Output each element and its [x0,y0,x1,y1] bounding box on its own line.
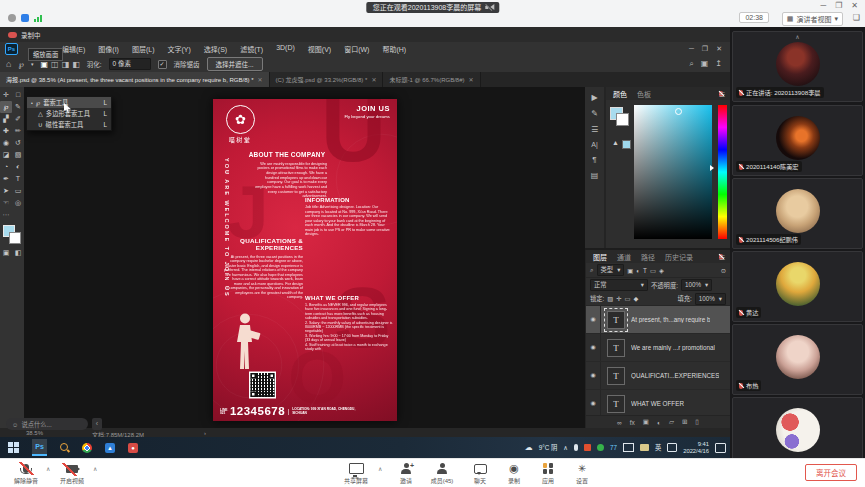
layer-visibility-icon[interactable]: ◉ [586,362,601,389]
panel-menu-icon[interactable]: ☰ [719,91,723,97]
tab-layers[interactable]: 图层 [593,252,607,262]
menu-image[interactable]: 图像(I) [98,44,119,54]
participant-tile[interactable] [732,397,863,458]
chat-collapse-button[interactable]: ‹ [92,418,102,430]
layer-row[interactable]: ◉ T We are mainly ...r promotional [586,334,730,362]
quick-select-tool-icon[interactable]: ✎ [12,101,24,113]
crop-tool-icon[interactable]: ▞ [0,113,12,125]
delete-layer-icon[interactable]: ▯ [695,418,699,426]
adjustment-layer-icon[interactable]: ◐ [657,419,661,426]
lasso-tool-icon[interactable]: ℘ [0,101,12,113]
taskbar-search-icon[interactable] [60,443,69,452]
tab-swatches[interactable]: 色板 [637,89,651,99]
tray-keyboard-icon[interactable] [667,443,677,452]
home-icon[interactable]: ⌂ [6,59,11,69]
start-button-icon[interactable] [8,442,19,453]
tray-mic-icon[interactable] [574,444,578,451]
tray-badge[interactable]: 77 [610,444,617,451]
doc-tab-poster[interactable]: 海报.psd @ 38.5% (At present, the three va… [0,72,270,87]
intersect-selection-icon[interactable]: ◧ [72,60,80,69]
ps-restore-button[interactable]: ❐ [702,45,708,53]
tab-close-icon[interactable]: ✕ [469,76,474,83]
participant-tile[interactable]: 2021114506纪鹏伟 [732,178,863,249]
tab-history[interactable]: 历史记录 [665,252,693,262]
tray-wechat-icon[interactable] [597,444,604,451]
ps-close-button[interactable]: ✕ [716,45,722,53]
taskbar-notes-app-icon[interactable]: ● [128,443,138,453]
taskbar-chrome-icon[interactable] [82,443,92,453]
taskbar-clock[interactable]: 9:41 2022/4/16 [683,441,709,454]
photoshop-logo[interactable]: Ps [5,43,18,55]
start-video-button[interactable]: 开启视频 [54,462,90,485]
speaker-view-button[interactable]: ▦ 演讲者视图 ▾ [782,12,843,26]
gradient-tool-icon[interactable]: ▧ [12,149,24,161]
flyout-magnetic-lasso-tool[interactable]: ∪ 磁性套索工具 L [27,119,111,130]
filter-shape-icon[interactable]: ▭ [650,267,656,274]
menu-view[interactable]: 视图(V) [308,44,331,54]
tab-paths[interactable]: 路径 [641,252,655,262]
restore-button[interactable]: ❐ [835,1,842,10]
paragraph-panel-icon[interactable]: ¶ [592,155,596,164]
menu-select[interactable]: 选择(S) [204,44,227,54]
layer-visibility-icon[interactable]: ◉ [586,390,601,417]
layer-group-icon[interactable]: ▱ [669,418,674,426]
share-options-chevron[interactable]: ∧ [378,465,382,472]
participant-tile-speaker[interactable]: ∧ 正在讲话: 2020113908李晨 [732,31,863,102]
lock-all-icon[interactable]: ◆ [634,295,639,302]
eyedropper-tool-icon[interactable]: ✐ [12,113,24,125]
antialias-checkbox[interactable]: ✓ [158,60,167,69]
clone-stamp-tool-icon[interactable]: ◉ [0,137,12,149]
leave-meeting-button[interactable]: 离开会议 [805,464,857,481]
link-layers-icon[interactable]: ∞ [617,419,622,426]
layer-visibility-icon[interactable]: ◉ [586,306,601,333]
brush-settings-panel-icon[interactable]: ✎ [591,109,598,118]
zoom-level[interactable]: 38.5% [26,430,43,436]
hue-slider-arrow[interactable] [710,165,717,171]
filter-toggle-icon[interactable]: ⊙ [721,267,726,274]
fill-dropdown[interactable]: 100% ▾ [695,293,726,305]
tab-close-icon[interactable]: ✕ [258,76,263,83]
muted-speaker-icon[interactable] [485,4,492,11]
tray-folder-icon[interactable] [640,444,649,451]
taskbar-photoshop-icon[interactable]: Ps [32,439,47,456]
video-options-chevron[interactable]: ∧ [93,465,97,472]
tray-red-app-icon[interactable] [584,444,591,451]
layer-visibility-icon[interactable]: ◉ [586,334,601,361]
smiley-icon[interactable]: ☺ [12,421,18,428]
menu-type[interactable]: 文字(Y) [168,44,191,54]
doc-tab-3[interactable]: 未标题-1 @ 66.7%(RGB/8#) ✕ [383,72,480,87]
marquee-tool-icon[interactable]: □ [12,89,24,101]
layer-filter-kind-dropdown[interactable]: 类型 ▾ [597,264,625,276]
menu-edit[interactable]: 编辑(E) [62,44,85,54]
healing-tool-icon[interactable]: ✚ [0,125,12,137]
menu-3d[interactable]: 3D(D) [276,44,295,54]
input-language[interactable]: 英 [655,443,661,452]
flyout-lasso-tool[interactable]: • ℘ 套索工具 L [27,97,111,108]
record-button[interactable]: ◉ 录制 [496,462,532,485]
background-color-swatch[interactable] [9,232,21,244]
quick-mask-icon[interactable]: ▣ [0,247,12,259]
gamut-color-swatch[interactable] [622,140,631,149]
shape-tool-icon[interactable]: ▭ [12,185,24,197]
actions-panel-icon[interactable]: ▶ [591,93,597,102]
dodge-tool-icon[interactable]: ◐ [12,161,24,173]
layer-row[interactable]: ◉ T At present, th...any require b [586,306,730,334]
new-layer-icon[interactable]: ⊞ [682,418,687,426]
canvas-area[interactable]: U S J O ✿ 喵树堂 JOIN US Fly beyond your dr… [24,87,585,428]
menu-filter[interactable]: 滤镜(T) [240,44,263,54]
screen-mode-icon[interactable]: ◧ [12,247,24,259]
feather-input[interactable]: 0 像素 [109,58,151,70]
hand-tool-icon[interactable]: ☜ [0,197,12,209]
audio-options-chevron[interactable]: ∧ [46,465,50,472]
participant-tile[interactable]: 布热 [732,324,863,395]
status-expand-icon[interactable]: › [204,430,206,436]
share-image-icon[interactable]: ↥ [715,59,722,69]
participant-tile[interactable]: 黄达 [732,251,863,322]
panel-menu-icon[interactable]: ☰ [719,254,723,260]
pen-tool-icon[interactable]: ✒ [0,173,12,185]
weather-text[interactable]: 9°C 阴 [539,443,558,452]
blur-tool-icon[interactable]: ◔ [0,161,12,173]
history-brush-tool-icon[interactable]: ↺ [12,137,24,149]
opacity-dropdown[interactable]: 100% ▾ [681,279,712,291]
lock-artboard-icon[interactable]: ▭ [625,295,631,302]
